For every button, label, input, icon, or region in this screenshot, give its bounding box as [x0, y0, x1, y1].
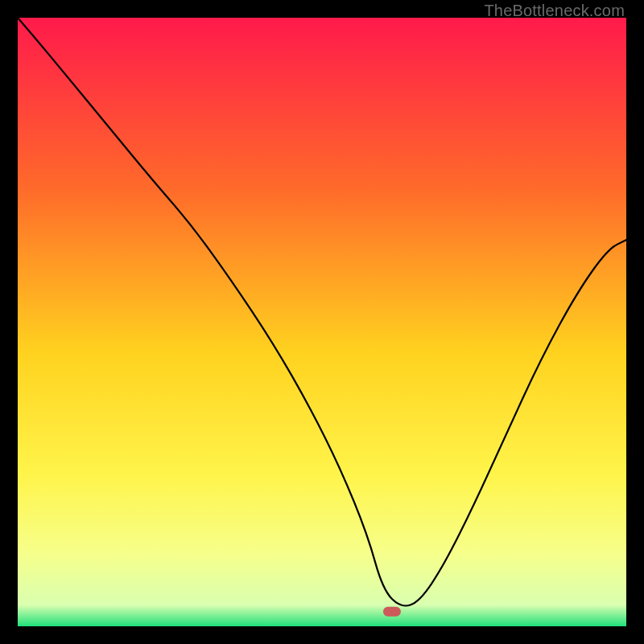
- chart-background: [18, 18, 626, 626]
- plot-svg: [18, 18, 626, 626]
- chart-frame: TheBottleneck.com: [0, 0, 644, 644]
- plot-area: [18, 18, 626, 626]
- optimum-marker: [383, 607, 401, 617]
